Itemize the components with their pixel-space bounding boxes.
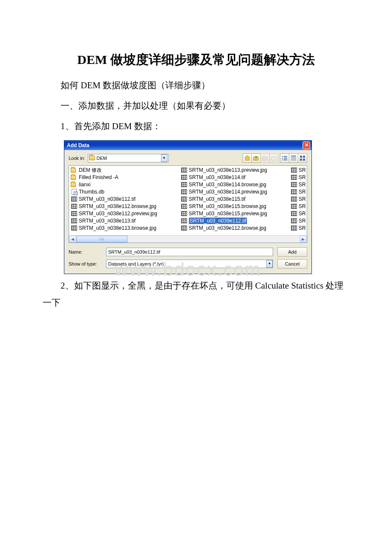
file-name: SR: [299, 189, 306, 195]
details-view-icon[interactable]: [289, 153, 298, 163]
file-item[interactable]: SR: [290, 167, 307, 174]
file-item[interactable]: SRTM_u03_n038e115.preview.jpg: [180, 210, 290, 217]
file-item[interactable]: SRTM_u03_n038e115.tif: [180, 196, 290, 203]
file-item[interactable]: SR: [290, 196, 307, 203]
page-title: DEM 做坡度详细步骤及常见问题解决方法: [43, 51, 349, 69]
file-item[interactable]: SRTM_u03_n038e112.browse.jpg: [70, 203, 180, 210]
file-item[interactable]: SR: [290, 217, 307, 225]
file-name: SRTM_u03_n038e115.tif: [189, 196, 245, 202]
type-label: Show of type:: [69, 261, 106, 266]
file-name: SR: [299, 196, 306, 202]
folder-icon: [71, 168, 76, 173]
file-name: SR: [299, 182, 306, 188]
raster-icon: [291, 189, 297, 194]
file-name: SRTM_u03_n038e112.preview.jpg: [79, 211, 157, 217]
file-name: SRTM_u03_n038e113.preview.jpg: [189, 167, 267, 173]
file-item[interactable]: SRTM_u03_n038e112.tif: [70, 196, 180, 203]
svg-rect-7: [284, 158, 287, 159]
raster-icon: [181, 218, 187, 223]
file-name: SR: [299, 218, 306, 224]
raster-icon: [181, 175, 187, 180]
raster-icon: [291, 218, 297, 223]
raster-icon: [181, 211, 187, 216]
raster-icon: [181, 204, 187, 209]
scroll-left-icon[interactable]: ◀: [69, 236, 76, 243]
file-name: Filled Finished -A: [79, 174, 118, 180]
disconnect-folder-icon[interactable]: [260, 153, 270, 163]
folder-icon: [71, 175, 76, 180]
file-item[interactable]: DEM 修改: [70, 167, 180, 174]
name-input[interactable]: SRTM_u03_n039e112.tif: [106, 248, 273, 256]
raster-icon: [291, 211, 297, 216]
file-name: SR: [299, 211, 306, 217]
file-item[interactable]: SR: [290, 188, 307, 196]
svg-rect-10: [291, 157, 296, 158]
file-name: SRTM_u03_n038e114.tif: [189, 174, 245, 180]
raster-icon: [181, 189, 187, 194]
file-item[interactable]: SRTM_u03_n038e113.preview.jpg: [180, 167, 290, 174]
file-browser[interactable]: DEM 修改Filled Finished -AlianxiThumbs.dbS…: [69, 165, 307, 243]
paragraph: 2、如下图显示，全黑，是由于存在坏点，可使用 Calculate Statist…: [43, 278, 349, 312]
folder-icon: [89, 156, 95, 160]
horizontal-scrollbar[interactable]: ◀ ▶: [69, 235, 307, 243]
chevron-down-icon[interactable]: ▼: [266, 260, 273, 268]
raster-icon: [291, 175, 297, 180]
list-view-icon[interactable]: [280, 153, 289, 163]
up-one-level-icon[interactable]: [242, 153, 252, 163]
type-combo[interactable]: Datasets and Layers (*.lyr) ▼: [106, 260, 273, 268]
add-button[interactable]: Add: [277, 247, 307, 257]
database-icon: [72, 189, 77, 195]
file-item[interactable]: SRTM_u03_n038e114.preview.jpg: [180, 188, 290, 196]
raster-icon: [291, 168, 297, 173]
raster-icon: [71, 225, 77, 231]
file-name: SR: [299, 225, 306, 231]
file-name: SR: [299, 174, 306, 180]
svg-rect-1: [262, 157, 267, 160]
dialog-titlebar[interactable]: Add Data ✕: [64, 141, 311, 150]
file-name: SRTM_u03_n039e112.browse.jpg: [189, 225, 266, 231]
file-item[interactable]: lianxi: [70, 181, 180, 188]
file-name: SRTM_u03_n039e112.tif: [189, 217, 247, 224]
file-item[interactable]: SRTM_u03_n038e113.browse.jpg: [70, 225, 180, 232]
file-item[interactable]: SRTM_u03_n038e113.tif: [70, 217, 180, 225]
svg-rect-15: [300, 159, 302, 161]
raster-icon: [181, 182, 187, 187]
file-name: lianxi: [79, 182, 90, 188]
file-item[interactable]: Thumbs.db: [70, 188, 180, 196]
lookin-combo[interactable]: DEM ▼: [88, 154, 169, 162]
thumbnails-view-icon[interactable]: [298, 153, 307, 163]
svg-rect-3: [282, 156, 283, 157]
svg-rect-6: [284, 156, 287, 157]
lookin-value: DEM: [97, 156, 107, 161]
svg-rect-13: [300, 156, 302, 158]
file-name: SRTM_u03_n038e115.preview.jpg: [189, 211, 267, 217]
svg-rect-4: [282, 158, 283, 159]
svg-rect-8: [284, 159, 287, 160]
file-item[interactable]: SR: [290, 174, 307, 181]
scroll-right-icon[interactable]: ▶: [300, 236, 307, 243]
paragraph: 1、首先添加 DEM 数据：: [43, 118, 349, 135]
lookin-label: Look in:: [69, 156, 85, 161]
file-item[interactable]: SRTM_u03_n039e112.tif: [180, 217, 290, 225]
file-item[interactable]: SRTM_u03_n038e112.preview.jpg: [70, 210, 180, 217]
cancel-button[interactable]: Cancel: [277, 259, 307, 269]
file-item[interactable]: Filled Finished -A: [70, 174, 180, 181]
file-item[interactable]: SRTM_u03_n038e114.tif: [180, 174, 290, 181]
file-name: Thumbs.db: [79, 189, 104, 195]
file-item[interactable]: SR: [290, 210, 307, 217]
file-item[interactable]: SRTM_u03_n038e114.browse.jpg: [180, 181, 290, 188]
file-item[interactable]: SRTM_u03_n038e115.browse.jpg: [180, 203, 290, 210]
file-item[interactable]: SR: [290, 181, 307, 188]
new-folder-icon[interactable]: [269, 153, 279, 163]
file-item[interactable]: SR: [290, 203, 307, 210]
file-name: SRTM_u03_n038e112.tif: [79, 196, 135, 202]
connect-folder-icon[interactable]: [251, 153, 261, 163]
chevron-down-icon[interactable]: ▼: [161, 154, 167, 162]
file-item[interactable]: SRTM_u03_n039e112.browse.jpg: [180, 225, 290, 232]
close-icon[interactable]: ✕: [303, 142, 310, 149]
raster-icon: [291, 182, 297, 187]
file-item[interactable]: SR: [290, 225, 307, 232]
file-name: SR: [299, 203, 306, 209]
name-label: Name:: [69, 249, 106, 254]
scrollbar-thumb[interactable]: [76, 236, 127, 243]
